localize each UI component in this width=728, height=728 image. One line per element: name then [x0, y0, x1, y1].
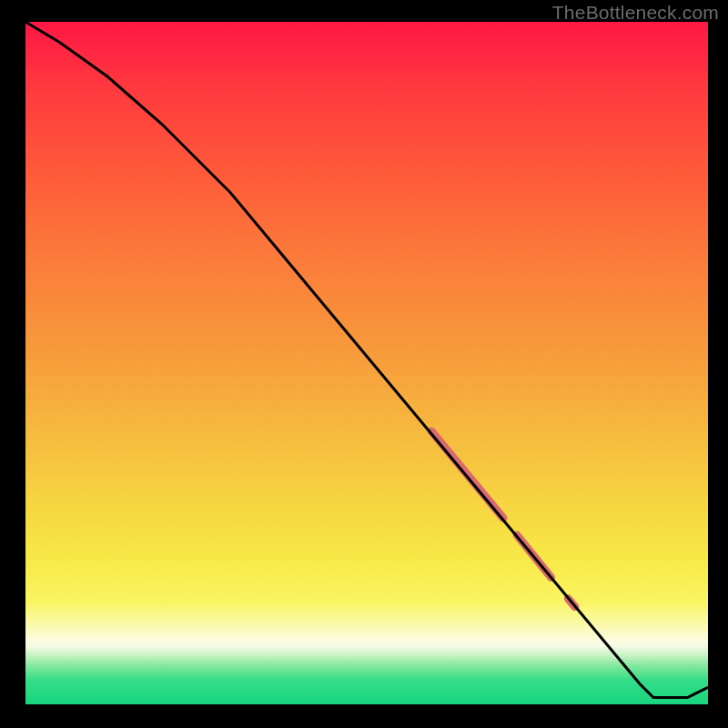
gradient-background [25, 22, 708, 704]
watermark-text: TheBottleneck.com [552, 2, 719, 24]
plot-area [25, 22, 708, 704]
chart-frame: TheBottleneck.com [0, 0, 728, 728]
chart-svg [25, 22, 708, 704]
